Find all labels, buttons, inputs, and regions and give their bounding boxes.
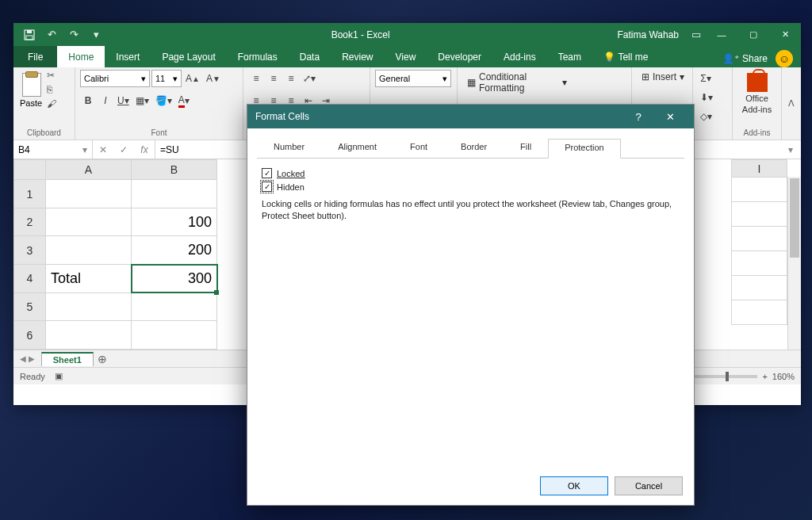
expand-formula-bar[interactable]: ▾ — [780, 144, 801, 155]
cell-a2[interactable] — [46, 208, 132, 236]
cancel-formula-button[interactable]: ✕ — [93, 140, 113, 159]
align-bottom-button[interactable]: ≡ — [283, 70, 299, 87]
add-sheet-button[interactable]: ⊕ — [94, 353, 111, 365]
row-header-4[interactable]: 4 — [14, 265, 46, 293]
redo-button[interactable]: ↷ — [64, 25, 83, 44]
borders-button[interactable]: ▦▾ — [133, 92, 151, 109]
font-size-combo[interactable]: 11▾ — [151, 70, 182, 87]
minimize-button[interactable]: — — [706, 23, 737, 46]
font-name-combo[interactable]: Calibri▾ — [80, 70, 150, 87]
qat-customize[interactable]: ▾ — [86, 25, 105, 44]
cell-b5[interactable] — [132, 292, 217, 321]
row-header-3[interactable]: 3 — [14, 236, 46, 265]
col-header-b[interactable]: B — [132, 160, 217, 180]
save-button[interactable] — [20, 25, 39, 44]
cut-button[interactable]: ✂ — [47, 70, 56, 81]
bold-button[interactable]: B — [80, 92, 96, 109]
sheet-nav[interactable]: ◀ ▶ — [13, 354, 41, 363]
zoom-slider[interactable] — [694, 375, 757, 378]
orientation-button[interactable]: ⤢▾ — [301, 70, 318, 87]
tab-addins[interactable]: Add-ins — [492, 46, 547, 67]
format-painter-button[interactable]: 🖌 — [47, 98, 56, 109]
copy-button[interactable]: ⎘ — [47, 84, 56, 95]
row-header-2[interactable]: 2 — [14, 208, 46, 236]
cell-i5[interactable] — [732, 276, 787, 300]
tab-formulas[interactable]: Formulas — [227, 46, 289, 67]
ribbon-options-icon[interactable]: ▭ — [687, 25, 706, 44]
italic-button[interactable]: I — [98, 92, 113, 109]
increase-font-button[interactable]: A▲ — [183, 70, 202, 87]
zoom-in-button[interactable]: + — [762, 372, 767, 381]
zoom-level[interactable]: 160% — [772, 372, 795, 381]
tab-team[interactable]: Team — [547, 46, 592, 67]
cancel-button[interactable]: Cancel — [615, 476, 683, 495]
fill-button[interactable]: ⬇▾ — [698, 89, 715, 106]
cell-i6[interactable] — [732, 300, 787, 325]
tab-home[interactable]: Home — [57, 46, 105, 67]
cell-a1[interactable] — [46, 180, 132, 208]
maximize-button[interactable]: ▢ — [737, 23, 769, 46]
conditional-formatting-button[interactable]: ▦Conditional Formatting▾ — [462, 70, 572, 95]
cell-i2[interactable] — [732, 202, 787, 227]
dlg-tab-alignment[interactable]: Alignment — [321, 138, 393, 158]
row-header-1[interactable]: 1 — [14, 180, 46, 208]
tab-insert[interactable]: Insert — [105, 46, 151, 67]
close-window-button[interactable]: ✕ — [769, 23, 801, 46]
col-header-i[interactable]: I — [732, 160, 787, 178]
row-header-5[interactable]: 5 — [14, 292, 46, 321]
insert-cells-button[interactable]: ⊞Insert▾ — [637, 70, 689, 84]
tab-data[interactable]: Data — [289, 46, 331, 67]
decrease-font-button[interactable]: A▼ — [204, 70, 223, 87]
dlg-tab-font[interactable]: Font — [393, 138, 444, 158]
office-addins-button[interactable]: Office Add-ins — [737, 70, 776, 117]
clear-button[interactable]: ◇▾ — [698, 108, 714, 125]
macro-record-icon[interactable]: ▣ — [55, 371, 63, 381]
enter-formula-button[interactable]: ✓ — [113, 140, 134, 159]
align-middle-button[interactable]: ≡ — [266, 70, 282, 87]
dlg-tab-number[interactable]: Number — [257, 138, 321, 158]
tell-me[interactable]: 💡 Tell me — [592, 46, 659, 67]
dlg-tab-fill[interactable]: Fill — [504, 138, 548, 158]
paste-button[interactable]: Paste — [18, 70, 44, 109]
dlg-tab-border[interactable]: Border — [444, 138, 504, 158]
undo-button[interactable]: ↶ — [42, 25, 61, 44]
locked-checkbox[interactable]: ✓ — [262, 168, 272, 178]
user-name[interactable]: Fatima Wahab — [609, 29, 687, 40]
dialog-close-button[interactable]: ✕ — [654, 105, 686, 128]
sheet-tab-sheet1[interactable]: Sheet1 — [41, 352, 94, 366]
col-header-a[interactable]: A — [46, 160, 132, 180]
number-format-combo[interactable]: General▾ — [375, 70, 451, 87]
fill-color-button[interactable]: 🪣▾ — [153, 92, 174, 109]
tab-developer[interactable]: Developer — [427, 46, 492, 67]
share-button[interactable]: 👤⁺Share — [722, 53, 768, 64]
cell-a5[interactable] — [46, 292, 132, 321]
feedback-button[interactable]: ☺ — [776, 50, 793, 67]
underline-button[interactable]: U▾ — [115, 92, 132, 109]
font-color-button[interactable]: A▾ — [176, 92, 192, 109]
cell-b3[interactable]: 200 — [132, 236, 217, 265]
ok-button[interactable]: OK — [540, 476, 608, 495]
collapse-ribbon-button[interactable]: ᐱ — [782, 67, 801, 140]
insert-function-button[interactable]: fx — [134, 140, 155, 159]
cell-i1[interactable] — [732, 178, 787, 202]
cell-i4[interactable] — [732, 251, 787, 276]
autosum-button[interactable]: Σ▾ — [698, 70, 714, 87]
cell-b4[interactable]: 300 — [132, 265, 217, 293]
vertical-scrollbar[interactable] — [787, 177, 801, 350]
cell-a3[interactable] — [46, 236, 132, 265]
tab-view[interactable]: View — [385, 46, 427, 67]
hidden-checkbox-row[interactable]: ✓ Hidden — [262, 182, 680, 192]
align-top-button[interactable]: ≡ — [248, 70, 264, 87]
name-box[interactable]: B4▾ — [13, 140, 93, 159]
cell-b6[interactable] — [132, 321, 217, 350]
dialog-titlebar[interactable]: Format Cells ? ✕ — [247, 105, 694, 128]
tab-page-layout[interactable]: Page Layout — [151, 46, 226, 67]
dlg-tab-protection[interactable]: Protection — [548, 139, 621, 159]
tab-review[interactable]: Review — [331, 46, 384, 67]
cell-b1[interactable] — [132, 180, 217, 208]
locked-checkbox-row[interactable]: ✓ Locked — [262, 168, 680, 178]
row-header-6[interactable]: 6 — [14, 321, 46, 350]
cell-i3[interactable] — [732, 227, 787, 251]
cell-b2[interactable]: 100 — [132, 208, 217, 236]
tab-file[interactable]: File — [13, 46, 57, 67]
